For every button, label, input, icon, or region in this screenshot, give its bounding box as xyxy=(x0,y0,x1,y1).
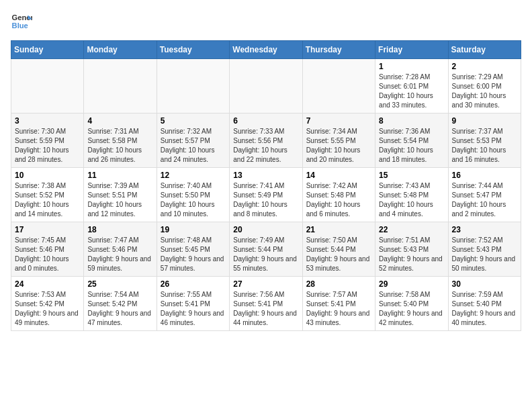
day-info: Sunrise: 7:34 AM Sunset: 5:55 PM Dayligh… xyxy=(306,127,371,165)
calendar-cell xyxy=(84,59,157,113)
week-row-3: 10Sunrise: 7:38 AM Sunset: 5:52 PM Dayli… xyxy=(11,168,521,222)
day-number: 19 xyxy=(161,225,226,234)
day-info: Sunrise: 7:52 AM Sunset: 5:43 PM Dayligh… xyxy=(452,236,517,273)
day-info: Sunrise: 7:33 AM Sunset: 5:56 PM Dayligh… xyxy=(233,127,298,165)
day-info: Sunrise: 7:56 AM Sunset: 5:41 PM Dayligh… xyxy=(233,290,298,328)
calendar-cell: 23Sunrise: 7:52 AM Sunset: 5:43 PM Dayli… xyxy=(448,222,521,277)
day-number: 7 xyxy=(306,116,371,126)
day-info: Sunrise: 7:50 AM Sunset: 5:44 PM Dayligh… xyxy=(306,236,371,273)
day-info: Sunrise: 7:49 AM Sunset: 5:44 PM Dayligh… xyxy=(233,236,298,273)
week-row-5: 24Sunrise: 7:53 AM Sunset: 5:42 PM Dayli… xyxy=(11,277,521,331)
calendar-cell: 7Sunrise: 7:34 AM Sunset: 5:55 PM Daylig… xyxy=(302,113,375,168)
page-header: General Blue xyxy=(11,11,521,32)
calendar-cell: 26Sunrise: 7:55 AM Sunset: 5:41 PM Dayli… xyxy=(157,277,229,331)
day-info: Sunrise: 7:44 AM Sunset: 5:47 PM Dayligh… xyxy=(452,181,517,219)
calendar-cell: 2Sunrise: 7:29 AM Sunset: 6:00 PM Daylig… xyxy=(448,59,521,113)
calendar-cell: 11Sunrise: 7:39 AM Sunset: 5:51 PM Dayli… xyxy=(84,168,157,222)
day-number: 16 xyxy=(452,171,517,180)
day-number: 14 xyxy=(306,171,371,180)
day-number: 10 xyxy=(15,171,80,180)
day-info: Sunrise: 7:47 AM Sunset: 5:46 PM Dayligh… xyxy=(87,236,152,273)
day-number: 1 xyxy=(379,62,444,71)
calendar-cell: 9Sunrise: 7:37 AM Sunset: 5:53 PM Daylig… xyxy=(448,113,521,168)
calendar-header: SundayMondayTuesdayWednesdayThursdayFrid… xyxy=(11,41,521,59)
calendar-cell: 14Sunrise: 7:42 AM Sunset: 5:48 PM Dayli… xyxy=(302,168,375,222)
calendar-cell: 19Sunrise: 7:48 AM Sunset: 5:45 PM Dayli… xyxy=(157,222,229,277)
day-number: 9 xyxy=(452,116,517,126)
day-number: 20 xyxy=(233,225,298,234)
calendar-cell: 30Sunrise: 7:59 AM Sunset: 5:40 PM Dayli… xyxy=(448,277,521,331)
day-number: 26 xyxy=(161,279,226,289)
day-number: 13 xyxy=(233,171,298,180)
day-number: 4 xyxy=(87,116,152,126)
calendar-cell: 16Sunrise: 7:44 AM Sunset: 5:47 PM Dayli… xyxy=(448,168,521,222)
day-info: Sunrise: 7:41 AM Sunset: 5:49 PM Dayligh… xyxy=(233,181,298,219)
day-info: Sunrise: 7:30 AM Sunset: 5:59 PM Dayligh… xyxy=(15,127,80,165)
day-info: Sunrise: 7:51 AM Sunset: 5:43 PM Dayligh… xyxy=(379,236,444,273)
day-number: 15 xyxy=(379,171,444,180)
day-number: 6 xyxy=(233,116,298,126)
calendar-cell: 17Sunrise: 7:45 AM Sunset: 5:46 PM Dayli… xyxy=(11,222,84,277)
day-number: 29 xyxy=(379,279,444,289)
day-info: Sunrise: 7:39 AM Sunset: 5:51 PM Dayligh… xyxy=(87,181,152,219)
calendar-cell: 4Sunrise: 7:31 AM Sunset: 5:58 PM Daylig… xyxy=(84,113,157,168)
logo: General Blue xyxy=(11,11,32,32)
day-number: 30 xyxy=(452,279,517,289)
day-info: Sunrise: 7:55 AM Sunset: 5:41 PM Dayligh… xyxy=(161,290,226,328)
day-info: Sunrise: 7:58 AM Sunset: 5:40 PM Dayligh… xyxy=(379,290,444,328)
weekday-header-wednesday: Wednesday xyxy=(230,41,302,59)
calendar-cell: 24Sunrise: 7:53 AM Sunset: 5:42 PM Dayli… xyxy=(11,277,84,331)
calendar-cell: 15Sunrise: 7:43 AM Sunset: 5:48 PM Dayli… xyxy=(375,168,448,222)
weekday-header-friday: Friday xyxy=(375,41,448,59)
calendar-cell xyxy=(11,59,84,113)
calendar-cell: 25Sunrise: 7:54 AM Sunset: 5:42 PM Dayli… xyxy=(84,277,157,331)
day-info: Sunrise: 7:40 AM Sunset: 5:50 PM Dayligh… xyxy=(161,181,226,219)
weekday-header-sunday: Sunday xyxy=(11,41,84,59)
day-number: 27 xyxy=(233,279,298,289)
day-number: 11 xyxy=(87,171,152,180)
day-number: 21 xyxy=(306,225,371,234)
calendar-cell: 29Sunrise: 7:58 AM Sunset: 5:40 PM Dayli… xyxy=(375,277,448,331)
week-row-1: 1Sunrise: 7:28 AM Sunset: 6:01 PM Daylig… xyxy=(11,59,521,113)
calendar-cell: 3Sunrise: 7:30 AM Sunset: 5:59 PM Daylig… xyxy=(11,113,84,168)
week-row-2: 3Sunrise: 7:30 AM Sunset: 5:59 PM Daylig… xyxy=(11,113,521,168)
day-info: Sunrise: 7:57 AM Sunset: 5:41 PM Dayligh… xyxy=(306,290,371,328)
svg-text:Blue: Blue xyxy=(12,21,28,30)
day-info: Sunrise: 7:32 AM Sunset: 5:57 PM Dayligh… xyxy=(161,127,226,165)
day-info: Sunrise: 7:45 AM Sunset: 5:46 PM Dayligh… xyxy=(15,236,80,273)
day-number: 23 xyxy=(452,225,517,234)
day-number: 2 xyxy=(452,62,517,71)
calendar-cell: 6Sunrise: 7:33 AM Sunset: 5:56 PM Daylig… xyxy=(230,113,302,168)
day-info: Sunrise: 7:37 AM Sunset: 5:53 PM Dayligh… xyxy=(452,127,517,165)
day-number: 18 xyxy=(87,225,152,234)
day-info: Sunrise: 7:43 AM Sunset: 5:48 PM Dayligh… xyxy=(379,181,444,219)
calendar-cell: 22Sunrise: 7:51 AM Sunset: 5:43 PM Dayli… xyxy=(375,222,448,277)
logo-icon: General Blue xyxy=(11,11,32,32)
weekday-header-monday: Monday xyxy=(84,41,157,59)
calendar-cell: 8Sunrise: 7:36 AM Sunset: 5:54 PM Daylig… xyxy=(375,113,448,168)
day-info: Sunrise: 7:42 AM Sunset: 5:48 PM Dayligh… xyxy=(306,181,371,219)
day-number: 5 xyxy=(161,116,226,126)
calendar-cell: 5Sunrise: 7:32 AM Sunset: 5:57 PM Daylig… xyxy=(157,113,229,168)
calendar-cell: 13Sunrise: 7:41 AM Sunset: 5:49 PM Dayli… xyxy=(230,168,302,222)
day-number: 25 xyxy=(87,279,152,289)
calendar-cell: 21Sunrise: 7:50 AM Sunset: 5:44 PM Dayli… xyxy=(302,222,375,277)
calendar-table: SundayMondayTuesdayWednesdayThursdayFrid… xyxy=(11,40,521,331)
week-row-4: 17Sunrise: 7:45 AM Sunset: 5:46 PM Dayli… xyxy=(11,222,521,277)
calendar-cell xyxy=(157,59,229,113)
calendar-cell: 1Sunrise: 7:28 AM Sunset: 6:01 PM Daylig… xyxy=(375,59,448,113)
day-number: 17 xyxy=(15,225,80,234)
weekday-header-tuesday: Tuesday xyxy=(157,41,229,59)
weekday-header-saturday: Saturday xyxy=(448,41,521,59)
day-number: 3 xyxy=(15,116,80,126)
calendar-cell: 10Sunrise: 7:38 AM Sunset: 5:52 PM Dayli… xyxy=(11,168,84,222)
calendar-cell: 18Sunrise: 7:47 AM Sunset: 5:46 PM Dayli… xyxy=(84,222,157,277)
day-info: Sunrise: 7:59 AM Sunset: 5:40 PM Dayligh… xyxy=(452,290,517,328)
day-info: Sunrise: 7:36 AM Sunset: 5:54 PM Dayligh… xyxy=(379,127,444,165)
day-number: 12 xyxy=(161,171,226,180)
day-info: Sunrise: 7:28 AM Sunset: 6:01 PM Dayligh… xyxy=(379,73,444,110)
calendar-cell: 12Sunrise: 7:40 AM Sunset: 5:50 PM Dayli… xyxy=(157,168,229,222)
day-number: 28 xyxy=(306,279,371,289)
calendar-cell xyxy=(302,59,375,113)
day-number: 24 xyxy=(15,279,80,289)
